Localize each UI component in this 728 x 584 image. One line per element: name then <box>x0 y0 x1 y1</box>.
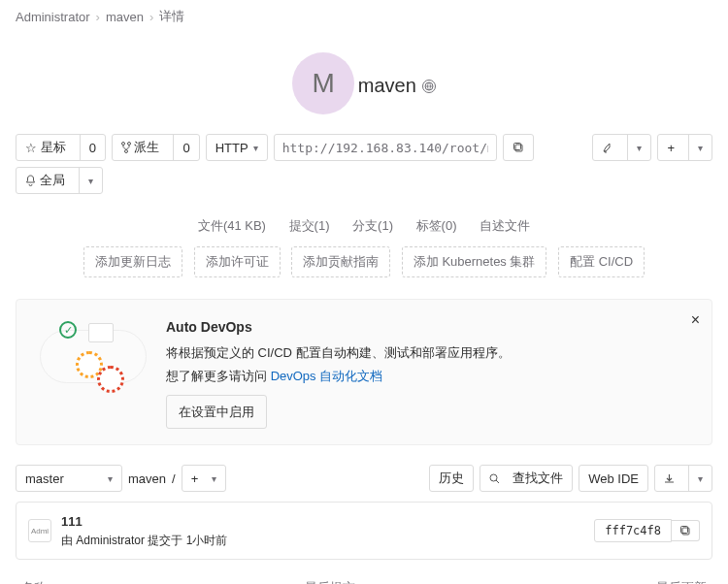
commit-title[interactable]: 111 <box>61 512 584 532</box>
breadcrumb: Administrator › maven › 详情 <box>0 0 728 33</box>
document-icon <box>88 323 114 342</box>
plus-icon: + <box>658 135 683 160</box>
fork-count: 0 <box>173 135 198 160</box>
bell-icon <box>25 175 36 186</box>
chevron-down-icon: ▾ <box>79 168 102 193</box>
chevron-right-icon: › <box>96 10 100 24</box>
file-tree-table: 名称 最后提交 最后更新 ■wartestone 111 1小时前 README… <box>16 571 712 584</box>
add-license-button[interactable]: 添加许可证 <box>194 246 281 277</box>
col-last-update: 最后更新 <box>544 571 712 584</box>
search-icon <box>489 473 500 484</box>
last-commit-box: Admi 111 由 Administrator 提交于 1小时前 fff7c4… <box>16 502 712 560</box>
project-header: M maven <box>0 33 728 124</box>
project-toolbar: ☆ 星标 0 派生 0 HTTP▾ ▾ + ▾ 全局 ▾ <box>0 124 728 204</box>
svg-point-2 <box>127 143 130 146</box>
svg-line-7 <box>496 480 499 483</box>
star-icon: ☆ <box>25 141 37 155</box>
chevron-right-icon: › <box>149 10 153 24</box>
copy-icon <box>679 525 691 536</box>
devops-title: Auto DevOps <box>166 315 698 340</box>
svg-point-3 <box>124 150 127 153</box>
check-circle-icon: ✓ <box>59 321 77 339</box>
gear-icon <box>100 369 121 390</box>
copy-sha-button[interactable] <box>672 520 700 541</box>
chevron-down-icon: ▾ <box>212 473 216 484</box>
file-toolbar: master▾ maven / + ▾ 历史 查找文件 Web IDE ▾ <box>0 451 728 502</box>
col-name: 名称 <box>16 571 299 584</box>
devops-illustration: ✓ <box>30 315 166 393</box>
star-count: 0 <box>80 135 105 160</box>
download-dropdown[interactable]: ▾ <box>654 465 712 492</box>
breadcrumb-owner[interactable]: Administrator <box>16 10 90 24</box>
svg-point-6 <box>490 474 497 481</box>
copy-icon <box>513 142 524 153</box>
enable-in-settings-button[interactable]: 在设置中启用 <box>166 395 267 429</box>
clone-url-input[interactable] <box>274 134 497 161</box>
chevron-down-icon: ▾ <box>688 135 711 160</box>
add-contributing-button[interactable]: 添加贡献指南 <box>291 246 390 277</box>
avatar: Admi <box>28 519 51 542</box>
breadcrumb-project[interactable]: maven <box>106 10 144 24</box>
path-separator: / <box>172 471 176 486</box>
breadcrumb-page: 详情 <box>159 8 184 25</box>
add-kubernetes-button[interactable]: 添加 Kubernetes 集群 <box>402 246 547 277</box>
devops-description: 将根据预定义的 CI/CD 配置自动构建、测试和部署应用程序。 <box>166 341 698 364</box>
commit-sha[interactable]: fff7c4f8 <box>594 519 672 542</box>
tab-readme[interactable]: 自述文件 <box>480 218 530 233</box>
suggestion-bar: 添加更新日志 添加许可证 添加贡献指南 添加 Kubernetes 集群 配置 … <box>0 246 728 293</box>
download-icon <box>655 466 683 491</box>
notification-dropdown[interactable]: 全局 ▾ <box>16 167 103 194</box>
fork-button[interactable]: 派生 0 <box>112 134 200 161</box>
web-ide-button[interactable]: Web IDE <box>579 465 648 492</box>
col-last-commit: 最后提交 <box>299 571 545 584</box>
gear-icon <box>79 354 100 375</box>
chevron-down-icon: ▾ <box>253 143 258 153</box>
history-button[interactable]: 历史 <box>429 465 474 492</box>
add-file-dropdown[interactable]: + ▾ <box>182 465 226 492</box>
copy-url-button[interactable] <box>503 134 534 161</box>
find-file-button[interactable]: 查找文件 <box>480 465 574 492</box>
auto-devops-banner: ✓ Auto DevOps 将根据预定义的 CI/CD 配置自动构建、测试和部署… <box>16 299 712 445</box>
tab-files[interactable]: 文件(41 KB) <box>198 218 266 233</box>
svg-point-1 <box>121 143 124 146</box>
path-project[interactable]: maven <box>128 471 166 486</box>
tab-tags[interactable]: 标签(0) <box>416 218 457 233</box>
pipeline-button[interactable]: ▾ <box>592 134 651 161</box>
tab-branches[interactable]: 分支(1) <box>352 218 393 233</box>
branch-dropdown[interactable]: master▾ <box>16 465 122 492</box>
commit-meta: 由 Administrator 提交于 1小时前 <box>61 532 584 549</box>
globe-icon <box>422 80 436 93</box>
add-button[interactable]: + ▾ <box>657 134 712 161</box>
chevron-down-icon: ▾ <box>627 135 650 160</box>
close-icon[interactable]: × <box>691 311 700 329</box>
tab-commits[interactable]: 提交(1) <box>289 218 330 233</box>
chevron-down-icon: ▾ <box>688 466 711 491</box>
chevron-down-icon: ▾ <box>108 473 113 484</box>
project-avatar: M <box>292 52 354 114</box>
configure-cicd-button[interactable]: 配置 CI/CD <box>558 246 645 277</box>
add-changelog-button[interactable]: 添加更新日志 <box>83 246 182 277</box>
star-button[interactable]: ☆ 星标 0 <box>16 134 106 161</box>
fork-icon <box>121 142 131 153</box>
project-name: maven <box>358 75 416 97</box>
devops-docs-link[interactable]: DevOps 自动化文档 <box>271 369 383 383</box>
rocket-icon <box>593 135 622 160</box>
project-tabs: 文件(41 KB) 提交(1) 分支(1) 标签(0) 自述文件 <box>0 204 728 246</box>
protocol-dropdown[interactable]: HTTP▾ <box>206 134 268 161</box>
